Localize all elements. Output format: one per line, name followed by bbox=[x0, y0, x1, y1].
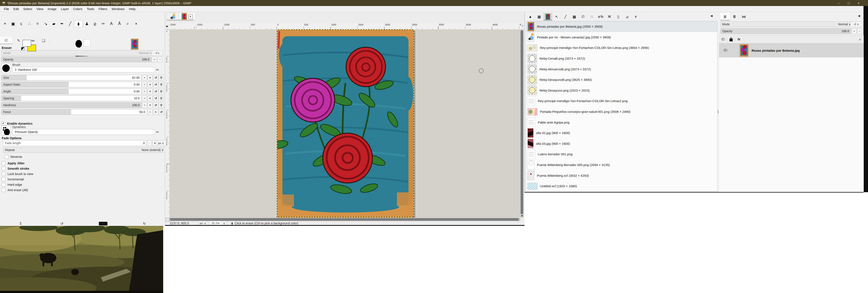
fx-icon[interactable]: fx bbox=[735, 36, 743, 42]
reset-icon[interactable]: ↺ bbox=[153, 95, 158, 101]
checkbox-box[interactable] bbox=[2, 188, 6, 192]
link-size-icon[interactable]: ⚲ bbox=[159, 82, 164, 87]
image-list-item[interactable]: Rey-principe-mendigo-Yon-Fortachon-COLOR… bbox=[526, 96, 717, 107]
tool-option-slider[interactable]: Spacing 10.0 bbox=[1, 95, 142, 101]
menu-item[interactable]: View bbox=[34, 6, 45, 12]
tool-option-checkbox[interactable]: Lock brush to view bbox=[2, 171, 33, 177]
plus-button[interactable]: + bbox=[148, 89, 153, 94]
dock-tab[interactable]: ɤ bbox=[631, 13, 640, 21]
image-list-item[interactable]: Reloj-DesayunoB.png (3625 × 3840) bbox=[526, 75, 717, 85]
tool-option-slider[interactable]: Hardness 100.0 bbox=[1, 102, 142, 108]
menu-item[interactable]: Select bbox=[21, 6, 34, 12]
toolbox-dock-tab[interactable]: ⎚ bbox=[0, 37, 12, 44]
minus-button[interactable]: − bbox=[142, 89, 147, 94]
repeat-dropdown[interactable]: Repeat None (extend) ∨ bbox=[3, 147, 165, 153]
search-icon[interactable]: ⌕ bbox=[859, 37, 861, 41]
active-pattern-preview[interactable] bbox=[84, 39, 91, 46]
image-tab-roses-active[interactable]: ✕ bbox=[179, 12, 195, 21]
tool-option-slider[interactable]: Size 62.00 bbox=[1, 75, 142, 81]
layers-dialog-tab[interactable]: ≣ bbox=[720, 13, 730, 21]
tool-button[interactable]: ς bbox=[17, 20, 25, 27]
reset-icon[interactable]: ↺ bbox=[153, 89, 158, 94]
plus-button[interactable]: + bbox=[157, 57, 162, 62]
maximize-button[interactable]: □ bbox=[844, 0, 854, 6]
dock-tab[interactable]: ▩ bbox=[570, 13, 579, 21]
minus-button[interactable]: − bbox=[142, 102, 147, 108]
image-list-item[interactable]: Pintado por mi - Moises canasta2.jpg (25… bbox=[526, 32, 717, 43]
plus-button[interactable]: + bbox=[148, 75, 153, 81]
brush-name-field[interactable]: 2. Hardness 100 bbox=[12, 67, 155, 72]
dock-tab[interactable]: Ж bbox=[605, 13, 614, 21]
tool-button[interactable]: Å bbox=[115, 20, 124, 27]
edit-brush-icon[interactable]: ✏ bbox=[156, 68, 159, 72]
tool-button[interactable]: ╱ bbox=[66, 20, 74, 27]
dock-tab[interactable]: ⎚ bbox=[579, 13, 588, 21]
plus-button[interactable]: + bbox=[148, 95, 153, 101]
plus-button[interactable]: + bbox=[857, 28, 862, 34]
tool-button[interactable]: ✒ bbox=[58, 20, 66, 27]
tool-options-footer-button[interactable]: ↺ bbox=[58, 222, 66, 226]
tool-button[interactable]: ↘ bbox=[41, 20, 50, 27]
plus-button[interactable]: + bbox=[148, 102, 153, 108]
reverse-checkbox[interactable]: Reverse bbox=[5, 154, 22, 159]
image-list-item[interactable]: Portada-Pequeños-consejos-gran-salud-001… bbox=[526, 107, 717, 117]
tool-button[interactable]: ♟ bbox=[83, 20, 91, 27]
tool-options-footer-button[interactable]: ↻ bbox=[140, 222, 149, 226]
plus-button[interactable]: + bbox=[153, 109, 158, 115]
image-list-item[interactable]: Reloj-AlmuerzoB.png (3373 × 3372) bbox=[526, 64, 717, 75]
dock-tab[interactable]: ▲ bbox=[526, 13, 535, 21]
toolbox-dock-tab[interactable]: ❏ bbox=[37, 37, 50, 44]
minus-button[interactable]: − bbox=[142, 82, 147, 87]
dynamics-name-field[interactable]: Pressure Opacity bbox=[12, 129, 155, 135]
image-list-item[interactable]: Reloj-Desayuno.png (2023 × 2023) bbox=[526, 85, 717, 96]
menu-item[interactable]: Tools bbox=[85, 6, 96, 12]
tool-button[interactable]: ⌖ bbox=[1, 20, 9, 27]
vertical-ruler[interactable]: 050010001500200025003000 bbox=[165, 29, 169, 218]
dock-tab[interactable]: ▯ bbox=[614, 13, 623, 21]
eye-icon[interactable] bbox=[721, 49, 730, 52]
scrollbar-arrow-icon[interactable]: ▲ bbox=[521, 214, 523, 217]
layer-mode-dropdown[interactable]: Mode Normal ∨ bbox=[720, 22, 853, 27]
minus-button[interactable]: − bbox=[142, 75, 147, 81]
tool-button[interactable]: ✑ bbox=[99, 20, 107, 27]
reset-icon[interactable]: ↺ bbox=[153, 75, 158, 81]
tool-button[interactable]: A bbox=[107, 20, 115, 27]
menu-item[interactable]: Windows bbox=[110, 6, 127, 12]
reset-icon[interactable]: ↺ bbox=[159, 109, 164, 115]
menu-item[interactable]: Colors bbox=[71, 6, 85, 12]
reset-icon[interactable]: ↺ bbox=[153, 102, 158, 108]
tool-options-footer-button[interactable]: ✕ bbox=[99, 222, 107, 226]
checkbox-box[interactable] bbox=[2, 161, 6, 165]
minus-button[interactable]: − bbox=[148, 109, 153, 115]
dynamics-thumbnail[interactable] bbox=[1, 126, 11, 135]
horizontal-scrollbar[interactable] bbox=[169, 218, 520, 221]
dock-tab[interactable] bbox=[544, 13, 552, 21]
tool-options-footer-button[interactable]: ↧ bbox=[16, 222, 25, 226]
menu-item[interactable]: Image bbox=[45, 6, 59, 12]
image-tab-moises[interactable] bbox=[167, 12, 179, 21]
minus-button[interactable]: − bbox=[851, 28, 857, 34]
tool-button[interactable]: ◑ bbox=[132, 20, 140, 27]
image-list-item[interactable]: olla 03.jpg (900 × 1600) bbox=[526, 138, 717, 149]
minimize-button[interactable]: – bbox=[834, 0, 844, 6]
canvas-image[interactable] bbox=[277, 29, 414, 218]
ruler-corner-button[interactable]: ▶ bbox=[165, 23, 169, 29]
layers-tab-menu-icon[interactable]: ◀ bbox=[858, 14, 860, 18]
layers-dialog-tab[interactable]: Ⅲ bbox=[730, 13, 739, 21]
checkbox-box[interactable] bbox=[2, 167, 6, 171]
image-list-item[interactable]: Rosas pintadas por Betania.jpg (2550 × 3… bbox=[526, 21, 717, 32]
menu-item[interactable]: Filters bbox=[96, 6, 110, 12]
dock-tab[interactable]: ∷ bbox=[588, 13, 596, 21]
tool-button[interactable]: ▰ bbox=[50, 20, 58, 27]
canvas-viewport[interactable] bbox=[169, 29, 520, 218]
image-list-item[interactable]: Reloj-CenaB.png (3373 × 3372) bbox=[526, 53, 717, 64]
tool-button[interactable]: ⌕ bbox=[124, 20, 132, 27]
tool-button[interactable]: ⌗ bbox=[33, 20, 41, 27]
tool-option-checkbox[interactable]: Incremental bbox=[2, 177, 33, 182]
tool-option-checkbox[interactable]: Apply Jitter bbox=[2, 160, 33, 166]
opacity-slider[interactable]: Opacity 100.0 bbox=[1, 57, 151, 62]
minus-button[interactable]: − bbox=[152, 57, 157, 62]
image-list-item[interactable]: Lutero borrador 001.png bbox=[526, 149, 717, 159]
image-list-item[interactable]: Pablo ante Agripa.png bbox=[526, 117, 717, 128]
image-list-item[interactable]: Puerta Wittenberg Borrador 005.png (2094… bbox=[526, 159, 717, 170]
